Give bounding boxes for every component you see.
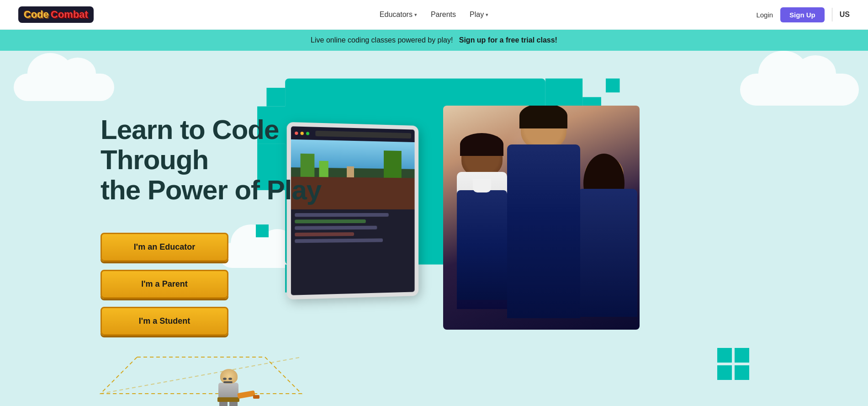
nav-educators-label: Educators <box>380 11 413 19</box>
banner-normal-text: Live online coding classes powered by pl… <box>311 36 453 44</box>
student-button[interactable]: I'm a Student <box>101 307 228 336</box>
signup-button[interactable]: Sign Up <box>780 7 825 22</box>
logo-wrapper[interactable]: Code Combat <box>18 6 94 23</box>
nav-divider <box>832 8 832 21</box>
chevron-down-icon: ▾ <box>414 12 417 18</box>
hero-bottom-decoration <box>91 348 329 406</box>
pixel-decoration-bottom-right <box>717 348 749 380</box>
hero-title-line2: the Power of Play <box>101 175 321 205</box>
logo-area[interactable]: Code Combat <box>18 6 94 23</box>
nav-parents-label: Parents <box>431 11 456 19</box>
login-button[interactable]: Login <box>756 11 773 19</box>
nav-play-label: Play <box>470 11 484 19</box>
hero-content: Learn to Code Through the Power of Play … <box>0 51 868 336</box>
logo-combat-text: Combat <box>51 9 88 21</box>
nav-menu: Educators ▾ Parents Play ▾ <box>380 11 488 19</box>
navbar: Code Combat Educators ▾ Parents Play ▾ L… <box>0 0 868 30</box>
hero-left-panel: Learn to Code Through the Power of Play … <box>101 87 352 336</box>
locale-button[interactable]: US <box>840 11 850 19</box>
nav-parents[interactable]: Parents <box>431 11 456 19</box>
svg-line-19 <box>101 357 302 394</box>
logo-code-text: Code <box>24 9 49 21</box>
nav-educators[interactable]: Educators ▾ <box>380 11 417 19</box>
hero-title: Learn to Code Through the Power of Play <box>101 115 352 205</box>
play-chevron-down-icon: ▾ <box>486 12 488 18</box>
banner-bold-text: Sign up for a free trial class! <box>459 36 557 44</box>
promo-banner[interactable]: Live online coding classes powered by pl… <box>0 30 868 51</box>
dashed-path-svg <box>91 348 320 406</box>
hero-section: Learn to Code Through the Power of Play … <box>0 51 868 406</box>
educator-button[interactable]: I'm an Educator <box>101 233 228 262</box>
hero-title-line1: Learn to Code Through <box>101 114 279 175</box>
nav-play[interactable]: Play ▾ <box>470 11 488 19</box>
navbar-right: Login Sign Up US <box>756 7 850 22</box>
game-character <box>215 371 247 406</box>
hero-buttons: I'm an Educator I'm a Parent I'm a Stude… <box>101 233 352 336</box>
parent-button[interactable]: I'm a Parent <box>101 270 228 299</box>
